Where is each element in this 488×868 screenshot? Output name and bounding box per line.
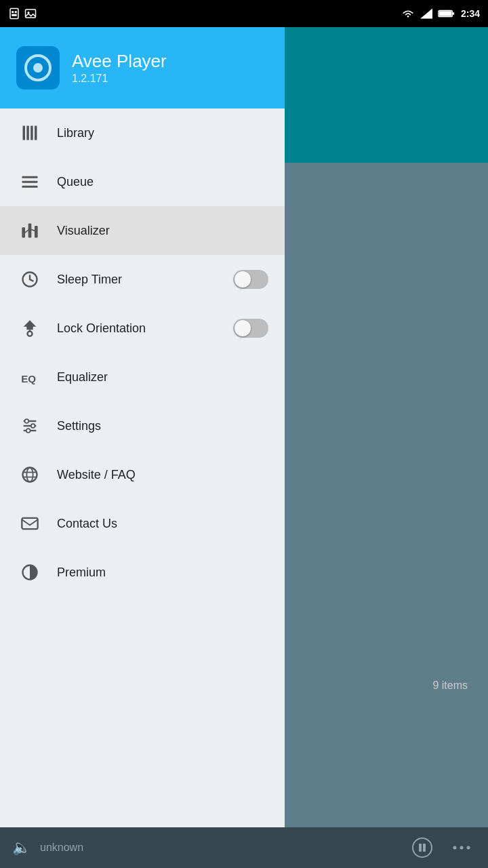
menu-item-premium[interactable]: Premium [0, 548, 285, 597]
menu-item-visualizer[interactable]: Visualizer [0, 206, 285, 255]
wifi-icon [401, 8, 415, 19]
menu-item-queue[interactable]: Queue [0, 157, 285, 206]
svg-rect-3 [12, 14, 17, 16]
settings-label: Settings [57, 419, 268, 433]
svg-rect-18 [28, 224, 32, 238]
player-track: unknown [40, 842, 83, 854]
svg-rect-15 [22, 181, 37, 183]
svg-point-38 [413, 838, 432, 857]
sleep-timer-toggle[interactable] [233, 270, 268, 289]
menu-item-library[interactable]: Library [0, 108, 285, 157]
signal-icon [420, 8, 432, 19]
menu-item-contact-us[interactable]: Contact Us [0, 499, 285, 548]
status-bar-right: 2:34 [401, 8, 480, 19]
svg-point-33 [26, 468, 33, 482]
lock-orientation-label: Lock Orientation [57, 321, 233, 336]
sim-icon [8, 7, 20, 20]
svg-rect-14 [22, 176, 37, 178]
svg-point-43 [467, 846, 470, 850]
svg-rect-9 [439, 11, 452, 16]
player-bar: 🔈 unknown [0, 827, 285, 868]
photo-icon [24, 7, 37, 20]
queue-label: Queue [57, 175, 268, 189]
player-controls [285, 827, 488, 868]
sleep-timer-icon [16, 266, 43, 293]
menu-item-equalizer[interactable]: EQ Equalizer [0, 353, 285, 401]
svg-point-32 [23, 468, 37, 482]
visualizer-icon [16, 217, 43, 244]
svg-rect-13 [35, 126, 37, 140]
svg-rect-11 [26, 126, 29, 140]
svg-rect-12 [30, 126, 33, 140]
library-icon [16, 119, 43, 146]
svg-point-31 [26, 429, 30, 433]
website-icon [16, 461, 43, 488]
svg-rect-10 [23, 126, 26, 140]
visualizer-label: Visualizer [57, 224, 268, 238]
battery-icon [438, 9, 455, 18]
svg-point-42 [460, 846, 464, 850]
svg-point-30 [31, 424, 35, 428]
menu-list: Library Queue V [0, 108, 285, 868]
svg-rect-0 [10, 9, 18, 19]
svg-rect-1 [12, 11, 14, 13]
lock-orientation-knob [235, 320, 251, 336]
svg-marker-6 [420, 9, 432, 19]
svg-rect-39 [419, 844, 422, 852]
lock-orientation-icon [16, 315, 43, 342]
svg-rect-8 [452, 12, 454, 15]
svg-line-22 [30, 279, 33, 281]
premium-icon [16, 559, 43, 586]
contact-icon [16, 510, 43, 537]
status-bar: 2:34 [0, 0, 488, 27]
library-label: Library [57, 126, 268, 140]
svg-text:EQ: EQ [21, 373, 36, 384]
menu-item-settings[interactable]: Settings [0, 401, 285, 450]
website-faq-label: Website / FAQ [57, 468, 268, 482]
sleep-timer-knob [235, 271, 251, 288]
more-options-button[interactable] [451, 837, 472, 858]
app-icon-ring [24, 54, 52, 81]
app-version: 1.2.171 [72, 73, 167, 85]
volume-icon: 🔈 [12, 839, 30, 856]
app-icon [16, 46, 60, 90]
premium-label: Premium [57, 566, 268, 580]
app-title: Avee Player 1.2.171 [72, 51, 167, 84]
queue-icon [16, 168, 43, 195]
svg-point-41 [453, 846, 457, 850]
svg-rect-36 [22, 518, 37, 529]
status-bar-left [8, 7, 37, 20]
settings-icon [16, 412, 43, 439]
svg-rect-19 [35, 226, 38, 238]
svg-point-29 [24, 419, 28, 423]
equalizer-icon: EQ [16, 363, 43, 391]
sleep-timer-label: Sleep Timer [57, 273, 233, 287]
pause-button[interactable] [412, 837, 432, 858]
app-icon-dot [33, 63, 43, 73]
svg-point-23 [28, 332, 33, 336]
svg-rect-2 [15, 11, 17, 13]
app-name: Avee Player [72, 51, 167, 72]
lock-orientation-toggle[interactable] [233, 319, 268, 338]
menu-item-sleep-timer[interactable]: Sleep Timer [0, 255, 285, 304]
navigation-drawer: Avee Player 1.2.171 Library [0, 27, 285, 868]
contact-us-label: Contact Us [57, 517, 268, 531]
drawer-header: Avee Player 1.2.171 [0, 27, 285, 108]
equalizer-label: Equalizer [57, 370, 268, 384]
items-count: 9 items [432, 679, 468, 692]
menu-item-website-faq[interactable]: Website / FAQ [0, 450, 285, 499]
status-time: 2:34 [461, 8, 480, 19]
svg-rect-40 [423, 844, 426, 852]
menu-item-lock-orientation[interactable]: Lock Orientation [0, 304, 285, 353]
svg-rect-16 [22, 186, 37, 188]
svg-rect-4 [26, 9, 36, 18]
